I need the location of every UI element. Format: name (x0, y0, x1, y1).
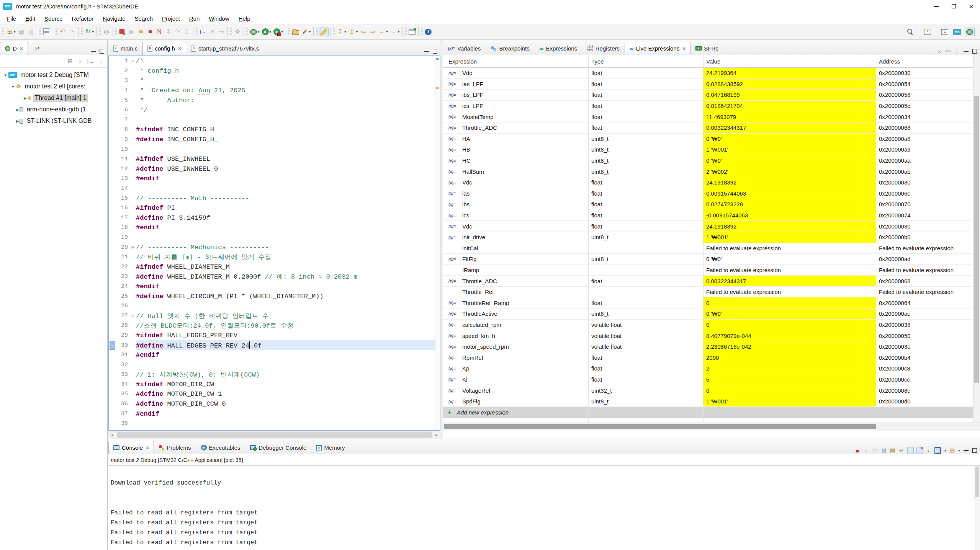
step-instruction-button[interactable]: i→ (198, 27, 208, 36)
menu-navigate[interactable]: Navigate (98, 15, 130, 22)
code-line-20[interactable]: 20⊖// ---------- Mechanics ---------- (109, 242, 440, 252)
close-button[interactable]: × (962, 0, 980, 13)
debug-tree-item-motor-test-2-elf-cores[interactable]: ▾☸motor test 2.elf [cores: (0, 81, 107, 92)
debug-panel-tab-d[interactable]: D× (0, 42, 28, 55)
expression-cell[interactable]: (x)=MosfetTemp (443, 111, 588, 122)
profile-button[interactable]: ▶▾ (272, 27, 284, 36)
expression-row[interactable]: (x)=icsfloat-0.009157440630x20000074 (443, 210, 973, 221)
next-annotation-button[interactable]: ↧▾ (335, 27, 347, 36)
code-line-26[interactable]: 26 (109, 301, 440, 311)
dropdown-arrow-icon[interactable]: ▾ (344, 30, 346, 34)
expression-cell[interactable]: (x)=motor_speed_rpm (443, 341, 588, 352)
expression-row[interactable]: (x)=Vdcfloat24.21993640x20000030 (443, 68, 973, 79)
expression-cell[interactable]: (x)=ThrottleActive (443, 308, 588, 319)
view-tab-registers[interactable]: 10100101Registers (582, 42, 625, 55)
value-cell[interactable]: 0 '₩0' (703, 134, 876, 144)
dropdown-arrow-icon[interactable]: ▾ (92, 30, 94, 34)
breakpoint-margin[interactable] (109, 331, 116, 341)
menu-search[interactable]: Search (130, 15, 158, 22)
line-number[interactable]: 8 (116, 126, 129, 133)
expression-cell[interactable]: (x)=Throttle_ADC (443, 276, 588, 286)
close-tab-icon[interactable]: × (178, 46, 181, 52)
line-number[interactable]: 24 (116, 283, 129, 290)
expression-row[interactable]: (x)=VoltageRefuint32_t00x2000008c (443, 385, 973, 396)
clear-console-button[interactable]: ⊠ (881, 447, 887, 454)
undo-button[interactable]: ↶ (58, 27, 67, 36)
expression-row[interactable]: (x)=ibsfloat0.02747232280x20000070 (443, 199, 973, 210)
maximize-view-button[interactable] (432, 48, 438, 55)
expression-row[interactable]: (x)=Vdcfloat24.19183920x20000030 (443, 221, 973, 232)
expression-cell[interactable]: (x)=VoltageRef (443, 385, 588, 396)
expression-cell[interactable]: (x)=FltFlg (443, 254, 588, 264)
toggle-highlight-button[interactable] (319, 28, 329, 36)
expression-cell[interactable]: initCal (443, 243, 588, 254)
breakpoint-margin[interactable] (109, 213, 116, 223)
expression-row[interactable]: (x)=speed_km_hvolatile float8.40779079e-… (443, 330, 973, 341)
expand-chevron-icon[interactable]: ▾ (10, 84, 16, 89)
breakpoint-margin[interactable] (109, 184, 116, 194)
breakpoint-margin[interactable] (109, 350, 116, 360)
value-cell[interactable]: 0.047168199 (703, 90, 876, 100)
code-line-33[interactable]: 33// 1: 시계방향(CW), 0: 반시계(CCW) (109, 370, 440, 380)
expression-cell[interactable]: (x)=ThrottleRef_Ramp (443, 297, 588, 308)
value-cell[interactable]: Failed to evaluate expression (703, 243, 876, 254)
editor-horizontal-scrollbar[interactable]: ◂ ▸ (108, 431, 440, 439)
scroll-lock-button[interactable]: ▤ (890, 447, 896, 454)
expression-row[interactable]: (x)=ics_LPFfloat0.01864217040x2000005c (443, 101, 973, 112)
expression-row[interactable]: (x)=iasfloat0.009157440630x2000006c (443, 188, 973, 199)
fold-marker-icon[interactable]: ⊖ (129, 245, 136, 250)
expression-row[interactable]: (x)=motor_speed_rpmvolatile float2.23086… (443, 341, 973, 353)
code-line-18[interactable]: 18#endif (109, 223, 440, 233)
dropdown-arrow-icon[interactable]: ▾ (944, 449, 946, 452)
breakpoint-margin[interactable] (109, 272, 116, 282)
dropdown-arrow-icon[interactable]: ▾ (270, 30, 272, 34)
value-cell[interactable]: 0.0186421704 (703, 101, 876, 111)
maximize-view-button[interactable] (99, 48, 105, 55)
view-tab-variables[interactable]: (x)=Variables (443, 42, 486, 55)
breakpoint-margin[interactable] (109, 311, 116, 321)
expression-row[interactable]: (x)=ThrottleRef_Rampfloat00x20000064 (443, 297, 973, 308)
line-number[interactable]: 29 (116, 332, 129, 339)
code-line-24[interactable]: 24#endif (109, 282, 440, 292)
dropdown-arrow-icon[interactable]: ▾ (356, 30, 358, 34)
dropdown-arrow-icon[interactable]: ▾ (14, 30, 16, 34)
line-number[interactable]: 37 (116, 411, 129, 417)
breakpoint-margin[interactable] (109, 291, 116, 301)
view-tab-live-expressions[interactable]: ∞Live Expressions× (625, 42, 690, 55)
disconnect-button[interactable]: N (155, 27, 164, 36)
breakpoint-margin[interactable] (109, 125, 116, 135)
forward-history-button[interactable]: ⇒ (368, 27, 377, 36)
code-line-2[interactable]: 2 * config.h (109, 66, 440, 76)
expression-row[interactable]: (x)=Vdcfloat24.19183920x20000030 (443, 177, 973, 188)
maximize-view-button[interactable] (972, 447, 978, 454)
expression-row[interactable]: (x)=MosfetTempfloat11.46930790x20000034 (443, 111, 973, 122)
open-element-button[interactable]: ◎ (102, 27, 111, 36)
fold-marker-icon[interactable]: ⊖ (129, 58, 136, 64)
menu-project[interactable]: Project (157, 15, 185, 22)
close-tab-icon[interactable]: × (682, 46, 686, 52)
code-line-28[interactable]: 28//소형 BLDC모터:24.0f, 인휠모터:90.0f로 수정 (109, 321, 440, 331)
value-cell[interactable]: Failed to evaluate expression (703, 265, 876, 276)
minimize-view-button[interactable] (963, 48, 969, 55)
code-line-15[interactable]: 15// ---------- Math ---------- (109, 193, 440, 203)
breakpoint-margin[interactable] (109, 409, 116, 419)
breakpoint-margin[interactable] (109, 174, 116, 184)
close-tab-icon[interactable]: × (20, 46, 23, 52)
expression-cell[interactable]: (x)=HB (443, 144, 588, 155)
line-number[interactable]: 5 (116, 97, 129, 104)
line-number[interactable]: 9 (116, 136, 129, 143)
dropdown-arrow-icon[interactable]: ▾ (958, 449, 960, 452)
breakpoint-margin[interactable] (109, 105, 116, 115)
value-cell[interactable]: 0.00322344317 (703, 122, 876, 133)
line-number[interactable]: 10 (116, 146, 129, 153)
show-debug-info-button[interactable]: i→ (87, 58, 94, 65)
minimize-view-button[interactable] (963, 447, 969, 454)
breakpoint-margin[interactable] (109, 360, 116, 370)
value-cell[interactable]: 1 '₩001' (703, 144, 876, 155)
debug-tree-item-motor-test-2-debug-stm[interactable]: ▾IDEmotor test 2 Debug [STM (0, 69, 107, 81)
breakpoint-margin[interactable] (109, 301, 116, 311)
new-editor-window-button[interactable] (407, 28, 417, 36)
debug-tree-item-st-link-st-link-gdb[interactable]: ▶ST-LINK (ST-LINK GDB (0, 115, 107, 127)
relaunch-button[interactable]: ↻▾ (83, 27, 95, 36)
expression-cell[interactable]: (x)=HC (443, 155, 588, 166)
